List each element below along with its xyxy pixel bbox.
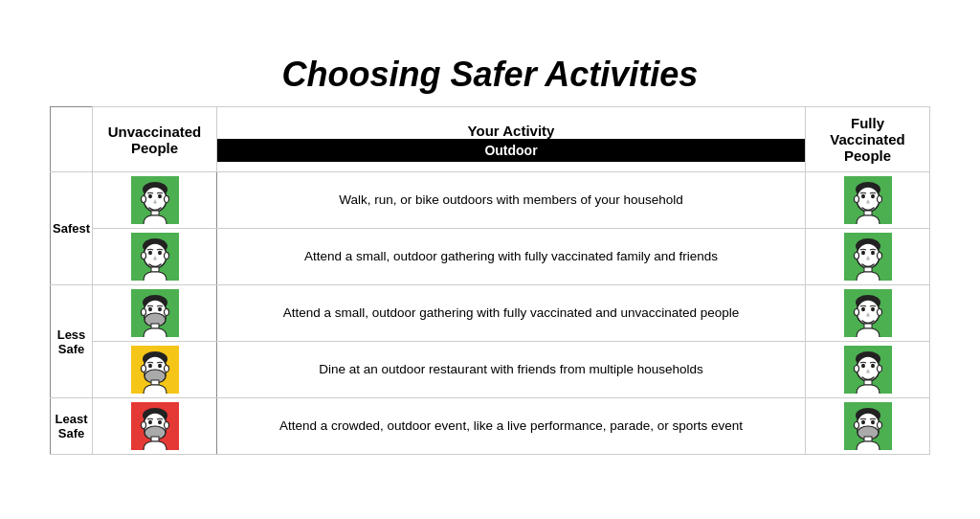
activity-cell: Attend a small, outdoor gathering with f…	[217, 229, 806, 285]
svg-point-30	[871, 251, 875, 255]
left-icon-cell	[93, 285, 217, 342]
svg-rect-23	[151, 267, 159, 272]
outdoor-label: Outdoor	[217, 139, 805, 162]
svg-point-47	[877, 309, 881, 316]
activity-cell: Attend a crowded, outdoor event, like a …	[217, 398, 806, 455]
svg-point-87	[871, 420, 875, 424]
svg-point-46	[854, 309, 858, 316]
table-row: Dine at an outdoor restaurant with frien…	[51, 342, 930, 398]
left-icon-cell	[93, 342, 217, 398]
svg-rect-80	[151, 437, 159, 441]
table-row: Safest Walk, run, or bike outdoors with …	[51, 172, 930, 229]
svg-point-65	[854, 366, 858, 372]
activity-header-label: Your Activity	[217, 117, 805, 139]
left-icon-cell	[93, 398, 217, 455]
svg-point-4	[164, 196, 168, 203]
svg-point-12	[877, 196, 881, 203]
right-icon-cell	[806, 172, 930, 229]
svg-point-75	[148, 420, 152, 424]
svg-point-84	[854, 422, 858, 429]
svg-point-55	[164, 366, 168, 372]
svg-point-68	[871, 364, 875, 368]
svg-point-22	[158, 251, 162, 255]
svg-point-27	[854, 253, 858, 260]
svg-point-76	[158, 420, 162, 424]
svg-point-49	[871, 307, 875, 311]
svg-point-85	[877, 422, 881, 429]
table-row: Least Safe Attend a crowded, outdoor eve…	[51, 398, 930, 455]
svg-point-28	[877, 253, 881, 260]
svg-point-48	[861, 307, 865, 311]
svg-rect-31	[864, 267, 872, 272]
table-row: Attend a small, outdoor gathering with f…	[51, 229, 930, 285]
safety-label: Least Safe	[51, 398, 93, 455]
svg-rect-61	[151, 380, 159, 385]
svg-point-86	[861, 420, 865, 424]
svg-point-36	[164, 309, 168, 316]
svg-point-66	[877, 366, 881, 372]
svg-rect-7	[151, 211, 159, 215]
left-icon-cell	[93, 172, 217, 229]
right-icon-cell	[806, 342, 930, 398]
svg-point-74	[164, 422, 168, 429]
svg-point-35	[141, 309, 145, 316]
safety-label: Less Safe	[51, 285, 93, 398]
activity-cell: Walk, run, or bike outdoors with members…	[217, 172, 806, 229]
svg-point-67	[861, 364, 865, 368]
svg-rect-69	[864, 380, 872, 385]
svg-point-57	[158, 364, 162, 368]
activity-cell: Dine at an outdoor restaurant with frien…	[217, 342, 806, 398]
svg-point-54	[141, 366, 145, 372]
activities-table: Unvaccinated People Your Activity Outdoo…	[50, 106, 930, 455]
svg-point-14	[871, 194, 875, 198]
svg-rect-91	[864, 437, 872, 441]
safety-label: Safest	[51, 172, 93, 285]
svg-point-5	[148, 194, 152, 198]
svg-point-3	[141, 196, 145, 203]
svg-point-21	[148, 251, 152, 255]
vaccinated-header: Fully Vaccinated People	[806, 107, 930, 172]
table-row: Less Safe Attend a small, outdoor gather…	[51, 285, 930, 342]
svg-point-37	[148, 307, 152, 311]
unvaccinated-header: Unvaccinated People	[93, 107, 217, 172]
svg-point-38	[158, 307, 162, 311]
svg-rect-15	[864, 211, 872, 215]
left-icon-cell	[93, 229, 217, 285]
right-icon-cell	[806, 398, 930, 455]
svg-point-13	[861, 194, 865, 198]
svg-rect-50	[864, 324, 872, 328]
right-icon-cell	[806, 229, 930, 285]
svg-point-19	[141, 253, 145, 260]
svg-rect-42	[151, 324, 159, 328]
svg-point-56	[148, 364, 152, 368]
activity-cell: Attend a small, outdoor gathering with f…	[217, 285, 806, 342]
svg-point-29	[861, 251, 865, 255]
activity-header: Your Activity Outdoor	[217, 107, 806, 172]
page-container: Choosing Safer Activities Unvaccinated P…	[31, 45, 949, 474]
svg-point-73	[141, 422, 145, 429]
svg-point-20	[164, 253, 168, 260]
page-title: Choosing Safer Activities	[50, 55, 930, 95]
right-icon-cell	[806, 285, 930, 342]
svg-point-11	[854, 196, 858, 203]
svg-point-6	[158, 194, 162, 198]
